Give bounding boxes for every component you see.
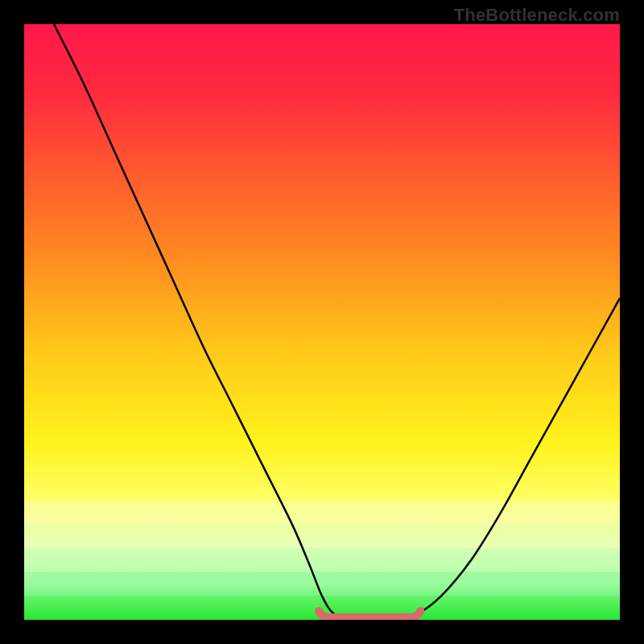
svg-rect-3 xyxy=(24,572,620,597)
svg-rect-0 xyxy=(24,501,620,526)
chart-svg xyxy=(24,24,620,620)
bottom-bands xyxy=(24,501,620,620)
svg-rect-2 xyxy=(24,548,620,573)
plot-area xyxy=(24,24,620,620)
chart-frame: TheBottleneck.com xyxy=(0,0,644,644)
watermark-text: TheBottleneck.com xyxy=(454,5,620,26)
svg-rect-1 xyxy=(24,525,620,550)
